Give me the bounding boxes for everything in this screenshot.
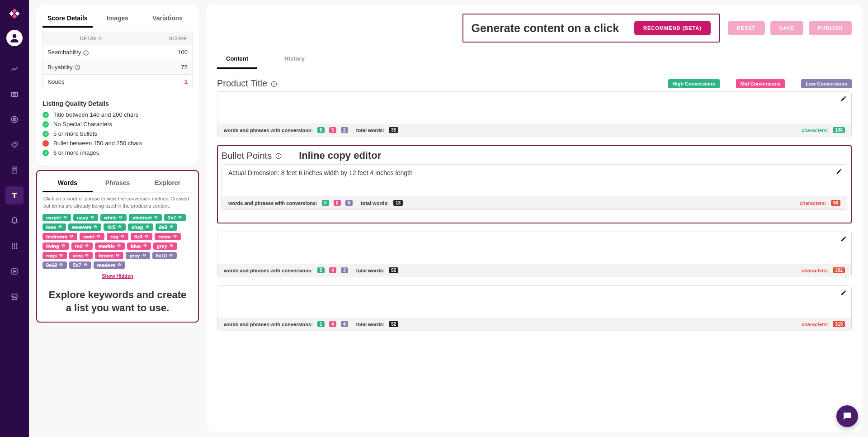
tab-images[interactable]: Images	[93, 11, 143, 28]
keyword-chip[interactable]: 6x9	[131, 233, 152, 240]
keyword-chip[interactable]: room	[155, 233, 181, 240]
pencil-icon[interactable]	[840, 236, 847, 243]
keyword-chip[interactable]: weavers	[68, 223, 101, 231]
keyword-chip[interactable]: 2x3	[156, 223, 177, 231]
chars-pill: 302	[833, 267, 845, 273]
save-button[interactable]: Save	[770, 21, 803, 35]
eye-icon	[145, 224, 150, 230]
editor-body[interactable]: Actual Dimension: 8 feet 6 inches width …	[222, 165, 847, 196]
svg-rect-3	[12, 14, 17, 19]
keyword-chip[interactable]: bedroom	[42, 233, 77, 240]
keyword-chip[interactable]: brown	[95, 252, 123, 259]
stats-conv-label: words and phrases with conversions:	[228, 200, 317, 206]
eye-icon	[120, 234, 125, 239]
tab-explorer[interactable]: Explorer	[142, 176, 193, 192]
keyword-chip[interactable]: shag	[128, 223, 153, 231]
avatar[interactable]	[6, 30, 23, 46]
editor-footer: words and phrases with conversions:543to…	[217, 264, 851, 277]
nav-bell-icon[interactable]	[5, 212, 24, 230]
pencil-icon[interactable]	[840, 95, 847, 103]
pencil-icon[interactable]	[836, 168, 842, 176]
nav-store-icon[interactable]	[5, 288, 24, 306]
eye-icon	[69, 234, 74, 239]
keyword-chip[interactable]: 8x10	[152, 252, 177, 259]
eye-icon	[154, 215, 158, 220]
keyword-chip[interactable]: marble	[95, 242, 125, 250]
conv-count-pill: 4	[329, 321, 336, 327]
editor-body[interactable]	[217, 286, 851, 318]
svg-point-58	[274, 83, 274, 84]
tab-words[interactable]: Words	[42, 176, 93, 192]
recommend-button[interactable]: Recommend (Beta)	[634, 21, 711, 35]
keyword-chip[interactable]: abstract	[129, 214, 162, 221]
tab-phrases[interactable]: Phrases	[93, 176, 143, 192]
tab-history[interactable]: History	[275, 51, 314, 69]
nav-text-icon[interactable]	[5, 186, 24, 204]
svg-point-42	[146, 236, 147, 237]
nav-dollar-icon[interactable]	[5, 110, 24, 128]
svg-point-49	[61, 255, 61, 256]
keyword-chip[interactable]: rugs	[42, 252, 67, 259]
eye-icon	[93, 224, 98, 230]
keyword-chip[interactable]: area	[69, 252, 93, 259]
keyword-chip[interactable]: luxe	[42, 223, 66, 231]
show-hidden-link[interactable]: Show Hidden	[42, 273, 193, 279]
nav-tag-icon[interactable]	[5, 136, 24, 154]
svg-rect-59	[274, 84, 274, 86]
keyword-chip[interactable]: swirl	[80, 233, 104, 240]
info-icon[interactable]	[74, 64, 80, 71]
keyword-chip[interactable]: modern	[94, 261, 125, 269]
keyword-chip[interactable]: living	[42, 242, 69, 250]
svg-point-15	[12, 246, 13, 247]
svg-rect-0	[12, 9, 17, 13]
reset-button[interactable]: Reset	[728, 21, 765, 35]
conversion-legend: High Conversions Mid Conversions Low Con…	[668, 79, 852, 88]
keyword-chip[interactable]: grey	[153, 242, 177, 250]
keyword-chip[interactable]: gray	[126, 252, 150, 259]
svg-rect-2	[9, 11, 14, 16]
info-icon[interactable]	[275, 151, 282, 161]
check-icon	[42, 131, 49, 137]
pencil-icon[interactable]	[840, 290, 847, 297]
nav-camera-icon[interactable]	[5, 85, 24, 103]
nav-play-icon[interactable]	[5, 262, 24, 280]
nav-doc-icon[interactable]	[5, 161, 24, 179]
info-icon[interactable]	[83, 49, 89, 56]
conv-count-pill: 0	[322, 200, 329, 206]
eye-icon	[117, 243, 121, 249]
keyword-chip[interactable]: 2x7	[164, 214, 186, 221]
keyword-chip[interactable]: 9x12	[42, 261, 67, 269]
total-words-pill: 13	[393, 200, 403, 206]
info-icon[interactable]	[271, 78, 277, 89]
svg-point-43	[175, 236, 175, 237]
conv-count-pill: 0	[345, 200, 353, 206]
editor-footer: words and phrases with conversions:000to…	[222, 196, 847, 209]
keyword-chip[interactable]: 4x5	[104, 223, 125, 231]
chat-bubble[interactable]	[836, 405, 858, 427]
eye-icon	[142, 253, 146, 258]
tab-score-details[interactable]: Score Details	[42, 11, 93, 28]
tab-content[interactable]: Content	[217, 51, 257, 69]
keyword-chip[interactable]: navy	[73, 214, 98, 221]
keyword-chip[interactable]: white	[100, 214, 127, 221]
keyword-chip[interactable]: red	[71, 242, 93, 250]
editor-body[interactable]	[217, 92, 851, 124]
publish-button[interactable]: Publish	[809, 21, 852, 35]
svg-point-8	[15, 143, 16, 144]
editor-box: Actual Dimension: 8 feet 6 inches width …	[222, 164, 847, 210]
nav-grid-icon[interactable]	[5, 237, 24, 255]
keyword-chip[interactable]: carpet	[42, 214, 71, 221]
svg-point-47	[145, 245, 146, 246]
eye-icon	[85, 243, 89, 249]
keyword-chip-row: carpetnavywhiteabstract2x7luxeweavers4x5…	[42, 214, 193, 269]
svg-point-17	[16, 246, 17, 247]
keyword-chip[interactable]: blue	[127, 242, 151, 250]
keyword-chip[interactable]: rug	[107, 233, 128, 240]
svg-point-4	[13, 34, 17, 38]
tab-variations[interactable]: Variations	[142, 11, 193, 28]
editor-body[interactable]	[217, 232, 851, 264]
stats-total-label: total words:	[356, 322, 384, 327]
keyword-chip[interactable]: 5x7	[69, 261, 91, 269]
nav-trend-icon[interactable]	[5, 60, 24, 78]
generate-text: Generate content on a click	[472, 22, 619, 35]
